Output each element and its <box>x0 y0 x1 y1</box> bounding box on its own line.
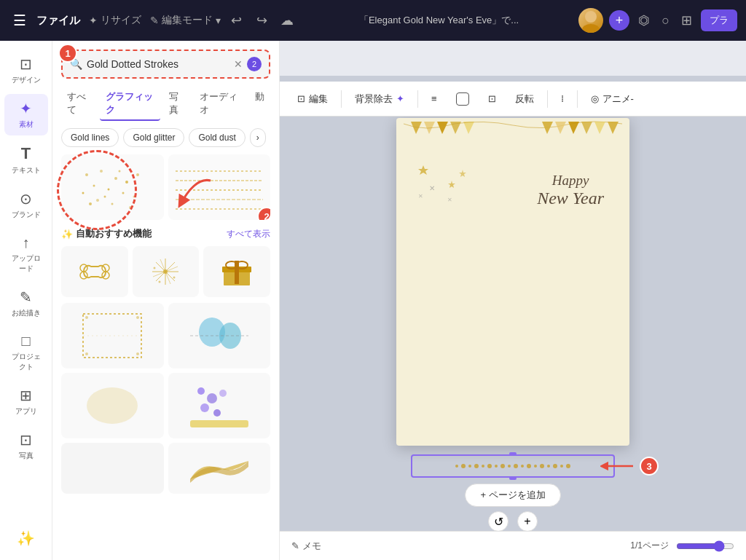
svg-marker-66 <box>581 122 592 134</box>
svg-point-6 <box>114 177 117 180</box>
graphic-item-5[interactable] <box>61 373 164 438</box>
recommend-item-1[interactable] <box>61 246 128 297</box>
sidebar-item-elements[interactable]: ✦ 素材 <box>4 94 48 135</box>
filter-arrow-btn[interactable]: › <box>250 128 266 147</box>
chart-icon[interactable]: ⏣ <box>635 9 653 31</box>
menu-icon[interactable]: ☰ <box>9 7 31 33</box>
svg-text:✕: ✕ <box>418 193 423 200</box>
page-indicator: 1/1ページ <box>630 540 669 552</box>
rotate-btn[interactable]: ↺ <box>488 511 509 532</box>
comment-icon[interactable]: ○ <box>659 10 672 31</box>
tab-photos[interactable]: 写真 <box>163 87 191 121</box>
avatar[interactable] <box>578 8 603 33</box>
bottom-panel-rows-2 <box>61 373 270 438</box>
resize-btn[interactable]: ✦ リサイズ <box>89 14 141 27</box>
recommend-grid <box>61 246 270 297</box>
sidebar-item-brand[interactable]: ⊙ ブランド <box>4 184 48 226</box>
present-icon[interactable]: ⊞ <box>678 9 695 31</box>
graphic-item-6[interactable] <box>168 373 271 438</box>
sidebar-item-design[interactable]: ⊡ デザイン <box>4 50 48 91</box>
upload-icon: ↑ <box>23 234 30 251</box>
sidebar-item-draw[interactable]: ✎ お絵描き <box>4 283 48 324</box>
redo-btn[interactable]: ↪ <box>252 9 272 31</box>
share-plus-btn[interactable]: + <box>609 10 629 31</box>
dot <box>521 465 524 468</box>
cloud-icon[interactable]: ☁ <box>278 9 297 31</box>
dot <box>500 464 505 468</box>
undo-btn[interactable]: ↩ <box>227 9 246 31</box>
canvas-content: Happy New Year ✕ ✕ ✕ <box>396 118 629 446</box>
dot <box>482 465 484 468</box>
tab-more[interactable]: 動 <box>249 87 270 121</box>
crop-icon: ⊡ <box>488 93 496 104</box>
design-icon: ⊡ <box>20 55 32 73</box>
graphic-item-3[interactable] <box>61 303 164 368</box>
tab-audio[interactable]: オーディオ <box>194 87 246 121</box>
plan-btn[interactable]: プラ <box>701 9 737 31</box>
step3-annotation: 3 <box>600 457 659 476</box>
sparkle-icon: ✨ <box>61 229 73 240</box>
flip-btn[interactable]: 反転 <box>509 90 540 109</box>
bg-remove-btn[interactable]: 背景除去 ✦ <box>349 90 410 109</box>
crop-btn[interactable]: ⊡ <box>482 90 502 107</box>
svg-point-53 <box>207 393 217 403</box>
editbar-sep-4 <box>577 90 578 108</box>
stars-svg: ✕ ✕ ✕ <box>407 158 480 216</box>
search-wrapper: 1 🔍 ✕ 2 <box>61 50 270 79</box>
graphic-item-8[interactable] <box>168 443 271 494</box>
edit-btn[interactable]: ⊡ 編集 <box>291 90 334 109</box>
editbar-sep-2 <box>417 90 418 108</box>
sidebar-item-apps[interactable]: ⊞ アプリ <box>4 381 48 422</box>
tab-all[interactable]: すべて <box>61 87 97 121</box>
sidebar-item-project[interactable]: □ プロジェクト <box>4 327 48 378</box>
graphic-item-2[interactable]: 2 <box>168 154 271 220</box>
corner-btn[interactable] <box>450 90 475 109</box>
photos-icon: ⊡ <box>20 431 32 449</box>
svg-point-35 <box>173 277 176 279</box>
sidebar-item-upload[interactable]: ↑ アップロード <box>4 229 48 280</box>
edit-mode-btn[interactable]: ✎ 編集モード ▾ <box>150 14 221 27</box>
clear-icon[interactable]: ✕ <box>234 58 243 70</box>
svg-point-33 <box>163 269 168 274</box>
sidebar-item-sparkle[interactable]: ✨ <box>4 524 48 553</box>
graphic-item-4[interactable] <box>168 303 271 368</box>
step1-badge: 1 <box>58 44 77 63</box>
svg-point-17 <box>104 195 106 197</box>
dotted-strip[interactable] <box>411 454 615 478</box>
recommend-item-2[interactable] <box>133 246 200 297</box>
search-bar[interactable]: 🔍 ✕ 2 <box>61 50 270 79</box>
zoom-slider[interactable] <box>676 540 734 552</box>
svg-marker-67 <box>594 122 605 134</box>
editbar: ⊡ 編集 背景除去 ✦ ≡ ⊡ 反転 ⁞ ◎ アニメ- <box>280 82 746 117</box>
more-btn[interactable]: ⁞ <box>555 90 570 107</box>
graphic-item-7[interactable] <box>61 443 164 494</box>
resize-handle-bottom[interactable] <box>509 477 517 480</box>
svg-text:✕: ✕ <box>429 184 435 192</box>
editbar-sep-3 <box>547 90 548 108</box>
resize-handle-top[interactable] <box>509 452 517 455</box>
more-icon: ⁞ <box>561 93 564 104</box>
graphic-item-1[interactable] <box>61 154 164 220</box>
plus-btn[interactable]: + <box>517 511 538 532</box>
filter-badge[interactable]: 2 <box>247 57 262 71</box>
show-all-btn[interactable]: すべて表示 <box>227 228 270 240</box>
brand-icon: ⊙ <box>20 190 32 208</box>
sidebar-item-photos[interactable]: ⊡ 写真 <box>4 425 48 467</box>
recommend-item-3[interactable] <box>203 246 270 297</box>
svg-rect-57 <box>190 420 248 427</box>
filter-chip-gold-glitter[interactable]: Gold glitter <box>123 128 184 147</box>
filter-chip-gold-dust[interactable]: Gold dust <box>189 128 245 147</box>
lines-btn[interactable]: ≡ <box>425 90 443 107</box>
sidebar-item-text[interactable]: T テキスト <box>4 138 48 181</box>
animate-btn[interactable]: ◎ アニメ- <box>585 90 640 109</box>
search-input[interactable] <box>87 58 234 70</box>
filter-chip-gold-lines[interactable]: Gold lines <box>61 128 119 147</box>
add-page-btn[interactable]: + ページを追加 <box>465 484 560 507</box>
dot <box>527 464 531 468</box>
file-menu[interactable]: ファイル <box>36 14 80 28</box>
memo-btn[interactable]: ✎ メモ <box>291 540 321 553</box>
svg-point-15 <box>82 192 85 194</box>
tab-graphics[interactable]: グラフィック <box>100 87 160 121</box>
svg-point-43 <box>85 316 88 319</box>
svg-marker-65 <box>568 122 579 134</box>
